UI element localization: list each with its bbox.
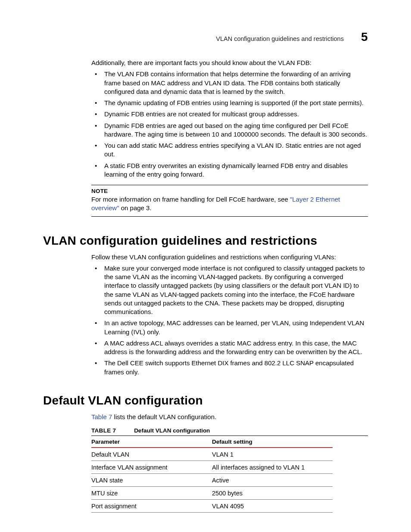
table-row: Default VLANVLAN 1 — [91, 448, 333, 461]
table7-link[interactable]: Table 7 — [91, 413, 112, 420]
table-caption-label: TABLE 7 — [91, 427, 116, 434]
section-heading-default-vlan: Default VLAN configuration — [43, 394, 368, 408]
table-cell: Interface VLAN assignment — [91, 461, 212, 474]
list-item: You can add static MAC address entries s… — [104, 141, 368, 159]
table-header-parameter: Parameter — [91, 436, 212, 448]
section2-intro: Table 7 lists the default VLAN configura… — [91, 413, 368, 421]
fdb-bullet-list: The VLAN FDB contains information that h… — [91, 70, 368, 179]
table-caption-title: Default VLAN configuration — [134, 427, 210, 434]
section1-intro: Follow these VLAN configuration guidelin… — [91, 253, 368, 261]
guidelines-bullet-list: Make sure your converged mode interface … — [91, 264, 368, 376]
note-text-before: For more information on frame handling f… — [91, 196, 290, 203]
table-cell: VLAN 1 — [212, 448, 333, 461]
table-caption: TABLE 7 Default VLAN configuration — [91, 427, 368, 436]
table-row: VLAN stateActive — [91, 474, 333, 487]
list-item: The dynamic updating of FDB entries usin… — [104, 99, 368, 107]
table-row: MTU size2500 bytes — [91, 487, 333, 500]
list-item: A static FDB entry overwrites an existin… — [104, 162, 368, 179]
section1-block: Follow these VLAN configuration guidelin… — [91, 253, 368, 376]
table-header-default-setting: Default setting — [212, 436, 333, 448]
running-header: VLAN configuration guidelines and restri… — [43, 30, 368, 44]
intro-paragraph: Additionally, there are important facts … — [91, 59, 368, 67]
table-cell: MTU size — [91, 487, 212, 500]
table-cell: Default VLAN — [91, 448, 212, 461]
note-text-after: on page 3. — [119, 204, 152, 212]
note-box: NOTE For more information on frame handl… — [91, 185, 368, 217]
list-item: In an active topology, MAC addresses can… — [104, 319, 368, 336]
list-item: Dynamic FDB entries are aged out based o… — [104, 121, 368, 139]
chapter-number: 5 — [361, 30, 368, 44]
note-label: NOTE — [91, 188, 368, 194]
section2-block: Table 7 lists the default VLAN configura… — [91, 413, 368, 513]
section-heading-guidelines: VLAN configuration guidelines and restri… — [43, 234, 368, 248]
table-header-row: Parameter Default setting — [91, 436, 333, 448]
table-cell: Active — [212, 474, 333, 487]
list-item: The Dell CEE switch supports Ethernet DI… — [104, 359, 368, 376]
default-vlan-table: Parameter Default setting Default VLANVL… — [91, 436, 333, 513]
list-item: Dynamic FDB entries are not created for … — [104, 110, 368, 118]
running-header-text: VLAN configuration guidelines and restri… — [216, 35, 344, 42]
fdb-intro-block: Additionally, there are important facts … — [91, 59, 368, 217]
document-page: VLAN configuration guidelines and restri… — [0, 0, 411, 532]
table-cell: 2500 bytes — [212, 487, 333, 500]
table-cell: VLAN 4095 — [212, 500, 333, 513]
table-cell: Port assignment — [91, 500, 212, 513]
list-item: A MAC address ACL always overrides a sta… — [104, 339, 368, 357]
table-cell: VLAN state — [91, 474, 212, 487]
section2-intro-after: lists the default VLAN configuration. — [112, 413, 216, 420]
table-row: Interface VLAN assignmentAll interfaces … — [91, 461, 333, 474]
table-row: Port assignmentVLAN 4095 — [91, 500, 333, 513]
list-item: The VLAN FDB contains information that h… — [104, 70, 368, 96]
list-item: Make sure your converged mode interface … — [104, 264, 368, 317]
table-cell: All interfaces assigned to VLAN 1 — [212, 461, 333, 474]
note-body: For more information on frame handling f… — [91, 195, 368, 213]
